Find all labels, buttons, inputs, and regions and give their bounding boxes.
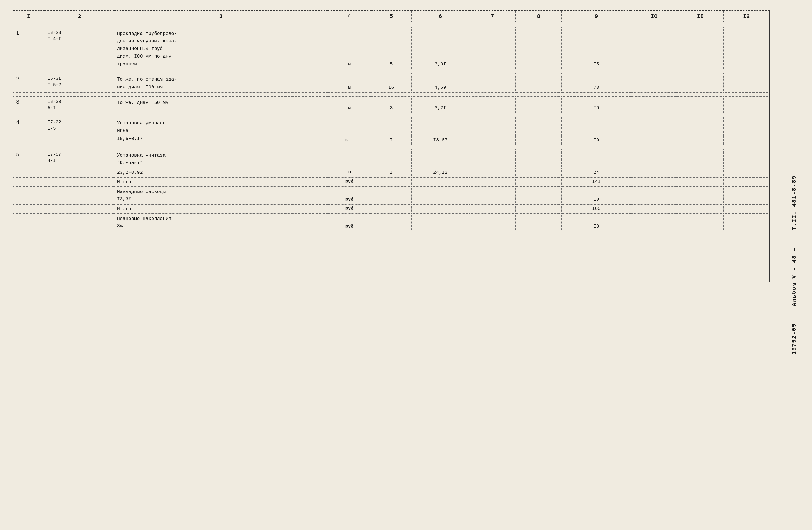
row-1-qty: 5 <box>371 27 411 69</box>
row-5-code: I7-57 4-I <box>45 149 114 168</box>
table-row-sub: Накладные расходыI3,3% руб I9 <box>13 187 770 204</box>
row-5-sub3-desc: Накладные расходыI3,3% <box>114 187 328 204</box>
table-row: I I6-28 Т 4-I Прокладка трубопрово-дов и… <box>13 27 770 69</box>
row-4-sub-c10 <box>631 136 677 145</box>
row-2-c7 <box>469 73 516 92</box>
row-1-num: I <box>13 27 45 69</box>
page-outer: I 2 3 4 5 6 7 8 9 IO II I2 <box>0 0 812 530</box>
row-4-unit <box>328 117 371 136</box>
row-5-sub2-num <box>13 177 45 187</box>
table-row-sub: Плановые накопления8% руб I3 <box>13 214 770 231</box>
row-5-sub4-price <box>411 204 469 214</box>
row-2-num: 2 <box>13 73 45 92</box>
row-5-sub4-c11 <box>677 204 724 214</box>
row-4-sub-unit: к-т <box>328 136 371 145</box>
row-4-c8 <box>516 117 562 136</box>
main-table: I 2 3 4 5 6 7 8 9 IO II I2 <box>13 10 770 282</box>
row-5-sub1-c8 <box>516 168 562 177</box>
row-5-sub4-qty <box>371 204 411 214</box>
row-1-c12 <box>723 27 770 69</box>
row-3-num: 3 <box>13 96 45 113</box>
row-1-unit: м <box>328 27 371 69</box>
row-5-sub2-code <box>45 177 114 187</box>
table-row-sub: 23,2+0,92 шт I 24,I2 24 <box>13 168 770 177</box>
row-5-sub1-total: 24 <box>562 168 631 177</box>
row-2-unit: м <box>328 73 371 92</box>
sidebar-text-1: Т.II. 481-8-89 <box>791 175 797 230</box>
row-5-sub2-unit: руб <box>328 177 371 187</box>
row-4-price <box>411 117 469 136</box>
row-5-c11 <box>677 149 724 168</box>
row-5-num: 5 <box>13 149 45 168</box>
row-2-qty: I6 <box>371 73 411 92</box>
row-5-c10 <box>631 149 677 168</box>
row-5-sub5-c11 <box>677 214 724 231</box>
header-col-8: 8 <box>516 11 562 22</box>
sidebar-text-2: Альбом V – 48 – <box>791 247 797 306</box>
row-4-sub-code <box>45 136 114 145</box>
row-5-sub3-c11 <box>677 187 724 204</box>
table-row-sub: Итого руб I4I <box>13 177 770 187</box>
row-5-sub5-num <box>13 214 45 231</box>
row-3-c8 <box>516 96 562 113</box>
row-1-total: I5 <box>562 27 631 69</box>
row-2-price: 4,59 <box>411 73 469 92</box>
row-3-qty: 3 <box>371 96 411 113</box>
row-5-sub4-total: I60 <box>562 204 631 214</box>
row-2-c8 <box>516 73 562 92</box>
row-5-sub4-c10 <box>631 204 677 214</box>
row-4-c12 <box>723 117 770 136</box>
row-5-sub2-desc: Итого <box>114 177 328 187</box>
row-5-c7 <box>469 149 516 168</box>
row-5-qty <box>371 149 411 168</box>
row-5-sub5-c8 <box>516 214 562 231</box>
row-4-sub-total: I9 <box>562 136 631 145</box>
row-5-sub3-c10 <box>631 187 677 204</box>
row-5-sub3-c12 <box>723 187 770 204</box>
row-5-sub1-c10 <box>631 168 677 177</box>
row-2-c12 <box>723 73 770 92</box>
row-5-sub2-c7 <box>469 177 516 187</box>
row-3-price: 3,2I <box>411 96 469 113</box>
row-4-sub-price: I8,67 <box>411 136 469 145</box>
row-5-sub5-qty <box>371 214 411 231</box>
row-5-sub2-c11 <box>677 177 724 187</box>
row-3-c10 <box>631 96 677 113</box>
row-5-sub4-c12 <box>723 204 770 214</box>
row-5-sub2-qty <box>371 177 411 187</box>
header-col-4: 4 <box>328 11 371 22</box>
row-4-sub-num <box>13 136 45 145</box>
empty-row <box>13 113 770 117</box>
row-1-code: I6-28 Т 4-I <box>45 27 114 69</box>
row-5-sub3-total: I9 <box>562 187 631 204</box>
row-5-sub4-c8 <box>516 204 562 214</box>
row-5-sub5-unit: руб <box>328 214 371 231</box>
row-5-sub1-desc: 23,2+0,92 <box>114 168 328 177</box>
row-5-sub2-c8 <box>516 177 562 187</box>
header-col-10: IO <box>631 11 677 22</box>
row-5-sub3-c8 <box>516 187 562 204</box>
row-4-c10 <box>631 117 677 136</box>
row-3-code: I6-30 5-I <box>45 96 114 113</box>
row-5-sub3-code <box>45 187 114 204</box>
row-5-sub1-unit: шт <box>328 168 371 177</box>
row-4-total <box>562 117 631 136</box>
row-4-code: I7-22 I-5 <box>45 117 114 136</box>
row-5-sub4-desc: Итого <box>114 204 328 214</box>
empty-row <box>13 231 770 282</box>
row-4-sub-c11 <box>677 136 724 145</box>
row-4-sub-qty: I <box>371 136 411 145</box>
row-5-total <box>562 149 631 168</box>
row-5-desc: Установка унитаза"Компакт" <box>114 149 328 168</box>
row-5-sub3-unit: руб <box>328 187 371 204</box>
row-4-sub-c7 <box>469 136 516 145</box>
row-4-c11 <box>677 117 724 136</box>
header-col-3: 3 <box>114 11 328 22</box>
row-5-sub3-num <box>13 187 45 204</box>
table-row-sub: Итого руб I60 <box>13 204 770 214</box>
row-1-c10 <box>631 27 677 69</box>
empty-row <box>13 145 770 149</box>
row-5-sub5-price <box>411 214 469 231</box>
row-3-desc: То же, диам. 50 мм <box>114 96 328 113</box>
header-col-2: 2 <box>45 11 114 22</box>
